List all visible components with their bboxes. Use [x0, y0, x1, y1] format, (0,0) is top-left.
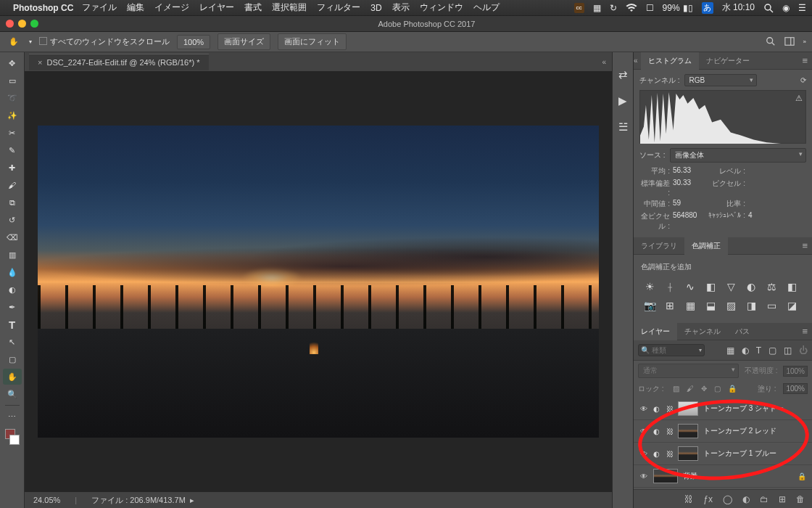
- filter-shape-icon[interactable]: ▢: [768, 345, 776, 356]
- invert-icon[interactable]: ⬓: [705, 300, 716, 311]
- marquee-tool-icon[interactable]: ▭: [3, 73, 22, 89]
- vibrance-icon[interactable]: ▽: [725, 281, 737, 292]
- panel-menu-icon[interactable]: ≡: [802, 240, 808, 251]
- exposure-icon[interactable]: ◧: [705, 281, 716, 292]
- filter-type-icon[interactable]: T: [756, 345, 761, 356]
- channelmixer-icon[interactable]: ⊞: [664, 300, 676, 311]
- gradient-tool-icon[interactable]: ▥: [3, 247, 22, 263]
- filter-pixel-icon[interactable]: ▦: [726, 345, 734, 356]
- collapse-panels-icon[interactable]: «: [634, 57, 638, 65]
- brightness-icon[interactable]: ☀: [644, 281, 655, 292]
- layer-name[interactable]: 背景: [683, 471, 792, 481]
- zoom-level[interactable]: 24.05%: [33, 496, 60, 504]
- hand-tool-icon-side[interactable]: ✋: [3, 369, 22, 385]
- threshold-icon[interactable]: ◨: [745, 300, 757, 311]
- gradientmap-icon[interactable]: ▭: [766, 300, 777, 311]
- type-tool-icon[interactable]: T: [3, 316, 22, 332]
- rectangle-tool-icon[interactable]: ▢: [3, 351, 22, 367]
- app-name[interactable]: Photoshop CC: [13, 3, 73, 13]
- visibility-icon[interactable]: 👁: [639, 405, 648, 413]
- layer-row[interactable]: 👁 ◐ ⛓ トーンカーブ 3 シャドー: [634, 398, 812, 420]
- visibility-icon[interactable]: 👁: [639, 427, 648, 435]
- tool-preset-dropdown-icon[interactable]: ▾: [29, 38, 32, 45]
- menu-view[interactable]: 表示: [392, 1, 410, 14]
- hue-icon[interactable]: ◐: [745, 281, 757, 292]
- collapse-tabs-icon[interactable]: «: [602, 58, 606, 66]
- properties-panel-icon[interactable]: ⇄: [616, 68, 629, 81]
- source-dropdown[interactable]: 画像全体: [670, 148, 806, 163]
- history-panel-icon[interactable]: ☱: [616, 120, 629, 134]
- mask-thumbnail[interactable]: [678, 401, 698, 416]
- cc-sync-icon[interactable]: cc: [574, 3, 584, 13]
- edit-toolbar-icon[interactable]: ⋯: [3, 409, 22, 425]
- zoom-button[interactable]: [30, 20, 38, 28]
- lock-artboard-icon[interactable]: ▢: [714, 385, 721, 393]
- eraser-tool-icon[interactable]: ⌫: [3, 229, 22, 245]
- close-tab-icon[interactable]: ×: [38, 58, 42, 67]
- blur-tool-icon[interactable]: 💧: [3, 264, 22, 280]
- dodge-tool-icon[interactable]: ◐: [3, 282, 22, 298]
- layer-row[interactable]: 👁 ◐ ⛓ トーンカーブ 2 レッド: [634, 420, 812, 443]
- menu-select[interactable]: 選択範囲: [272, 1, 307, 14]
- menu-image[interactable]: イメージ: [154, 1, 189, 14]
- lock-pixels-icon[interactable]: 🖌: [687, 385, 694, 393]
- new-fill-icon[interactable]: ◐: [742, 494, 750, 504]
- photofilter-icon[interactable]: 📷: [644, 300, 655, 311]
- close-button[interactable]: [6, 20, 14, 28]
- mask-thumbnail[interactable]: [678, 424, 698, 438]
- tab-adjust[interactable]: 色調補正: [684, 237, 728, 255]
- visibility-icon[interactable]: 👁: [639, 450, 648, 458]
- filter-adjustment-icon[interactable]: ◐: [742, 345, 749, 356]
- layer-row[interactable]: 👁 ◐ ⛓ トーンカーブ 1 ブルー: [634, 443, 812, 465]
- library-icon[interactable]: ▦: [593, 3, 601, 13]
- channel-dropdown[interactable]: RGB: [684, 74, 757, 86]
- tab-paths[interactable]: パス: [728, 323, 757, 340]
- tab-layers[interactable]: レイヤー: [634, 323, 677, 340]
- tab-channels[interactable]: チャンネル: [677, 323, 728, 340]
- tab-navigator[interactable]: ナビゲーター: [699, 52, 757, 70]
- refresh-icon[interactable]: ⟳: [800, 76, 806, 84]
- notification-icon[interactable]: ☰: [798, 3, 806, 13]
- visibility-icon[interactable]: 👁: [639, 472, 648, 480]
- layer-name[interactable]: トーンカーブ 2 レッド: [703, 426, 806, 436]
- display-icon[interactable]: ☐: [646, 3, 654, 13]
- panel-menu-icon[interactable]: ≡: [802, 326, 808, 337]
- wifi-icon[interactable]: [626, 4, 637, 12]
- background-swatch[interactable]: [9, 435, 20, 445]
- path-select-tool-icon[interactable]: ↖: [3, 334, 22, 350]
- mask-thumbnail[interactable]: [678, 446, 698, 461]
- levels-icon[interactable]: ⟊: [664, 281, 676, 292]
- layer-style-icon[interactable]: ƒx: [703, 494, 713, 504]
- zoom-100-button[interactable]: 100%: [177, 35, 210, 49]
- fit-image-button[interactable]: 画面にフィット: [278, 33, 347, 50]
- new-layer-icon[interactable]: ⊞: [779, 494, 786, 504]
- spotlight-icon[interactable]: [763, 3, 774, 13]
- panel-menu-icon[interactable]: ≡: [802, 55, 808, 66]
- lasso-tool-icon[interactable]: ➰: [3, 90, 22, 106]
- delete-layer-icon[interactable]: 🗑: [796, 494, 805, 504]
- colorlookup-icon[interactable]: ▦: [684, 300, 696, 311]
- menu-file[interactable]: ファイル: [82, 1, 117, 14]
- colorbalance-icon[interactable]: ⚖: [766, 281, 777, 292]
- bw-icon[interactable]: ◧: [786, 281, 798, 292]
- fit-screen-button[interactable]: 画面サイズ: [218, 33, 270, 50]
- curves-icon[interactable]: ∿: [684, 281, 696, 292]
- new-group-icon[interactable]: 🗀: [760, 494, 768, 504]
- zoom-tool-icon[interactable]: 🔍: [3, 386, 22, 402]
- posterize-icon[interactable]: ▨: [725, 300, 737, 311]
- link-layers-icon[interactable]: ⛓: [684, 494, 693, 504]
- fill-value[interactable]: 100%: [783, 383, 808, 394]
- timemachine-icon[interactable]: ↻: [610, 3, 617, 13]
- lock-position-icon[interactable]: ✥: [701, 385, 707, 393]
- menu-help[interactable]: ヘルプ: [473, 1, 500, 14]
- crop-tool-icon[interactable]: ✂: [3, 125, 22, 141]
- lock-all-icon[interactable]: 🔒: [728, 385, 737, 393]
- history-brush-tool-icon[interactable]: ↺: [3, 212, 22, 228]
- menu-edit[interactable]: 編集: [127, 1, 144, 14]
- layer-row[interactable]: 👁 背景 🔒: [634, 465, 812, 488]
- hand-tool-icon[interactable]: ✋: [6, 34, 22, 50]
- menu-3d[interactable]: 3D: [370, 3, 381, 13]
- menu-filter[interactable]: フィルター: [317, 1, 360, 14]
- siri-icon[interactable]: ◉: [782, 3, 790, 13]
- selectivecolor-icon[interactable]: ◪: [786, 300, 798, 311]
